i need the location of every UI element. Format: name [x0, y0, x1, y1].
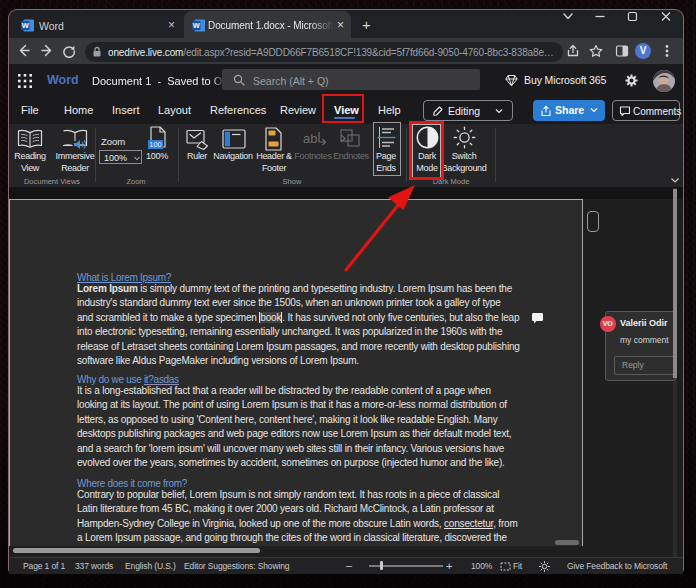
svg-text:W: W: [22, 21, 30, 30]
svg-text:ab: ab: [303, 131, 317, 146]
svg-text:100: 100: [149, 140, 162, 149]
svg-text:W: W: [193, 21, 201, 30]
